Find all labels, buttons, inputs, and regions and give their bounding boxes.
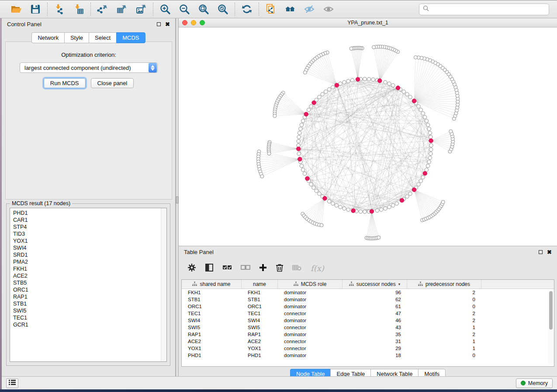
mcds-result-item[interactable]: PHD1: [13, 210, 166, 217]
table-scrollbar[interactable]: [548, 290, 554, 364]
table-cell[interactable]: connector: [278, 310, 343, 317]
mcds-result-item[interactable]: STP4: [13, 224, 166, 230]
table-cell[interactable]: STB1: [242, 296, 278, 303]
mcds-result-item[interactable]: PMA2: [13, 258, 166, 265]
table-cell[interactable]: 1: [407, 338, 481, 345]
table-cell[interactable]: YOX1: [242, 345, 278, 352]
table-cell[interactable]: dominator: [278, 289, 343, 296]
close-panel-button[interactable]: ✖: [165, 21, 170, 27]
table-row[interactable]: ORC1ORC1dominator610: [182, 303, 554, 310]
table-cell[interactable]: 2: [407, 331, 481, 338]
table-cell[interactable]: ORC1: [182, 303, 242, 310]
hide-selected-button[interactable]: [303, 3, 316, 16]
table-cell[interactable]: 2: [407, 317, 481, 324]
task-history-button[interactable]: [6, 378, 18, 388]
export-table-button[interactable]: [115, 3, 128, 16]
table-cell[interactable]: STB1: [182, 296, 242, 303]
table-cell[interactable]: ACE2: [242, 338, 278, 345]
table-row[interactable]: ACE2ACE2connector311: [182, 338, 554, 345]
table-scrollbar-thumb[interactable]: [549, 291, 553, 330]
column-header-successor-nodes[interactable]: successor nodes▾: [343, 280, 407, 289]
table-cell[interactable]: 0: [407, 352, 481, 359]
criterion-dropdown[interactable]: largest connected component (undirected): [20, 62, 158, 73]
table-row[interactable]: STB1STB1dominator620: [182, 296, 554, 303]
table-cell[interactable]: SWI5: [242, 324, 278, 331]
deselect-all-checkbox-button[interactable]: [241, 262, 250, 274]
table-cell[interactable]: FKH1: [182, 289, 242, 296]
table-cell[interactable]: 1: [407, 345, 481, 352]
table-cell[interactable]: 61: [343, 303, 407, 310]
zoom-selected-button[interactable]: [216, 3, 229, 16]
table-row[interactable]: SWI4SWI4dominator462: [182, 317, 554, 324]
table-cell[interactable]: PHD1: [182, 352, 242, 359]
float-panel-button[interactable]: [157, 22, 161, 26]
tab-select[interactable]: Select: [89, 32, 116, 43]
table-row[interactable]: FKH1FKH1dominator962: [182, 289, 554, 296]
zoom-out-button[interactable]: [178, 3, 191, 16]
mcds-result-item[interactable]: CAR1: [13, 217, 166, 224]
export-image-button[interactable]: [135, 3, 148, 16]
mcds-result-item[interactable]: SWI4: [13, 244, 166, 251]
table-cell[interactable]: 2: [407, 289, 481, 296]
mcds-result-item[interactable]: YOX1: [13, 237, 166, 244]
import-table-button[interactable]: [72, 3, 85, 16]
table-cell[interactable]: 29: [343, 345, 407, 352]
show-columns-button[interactable]: [205, 262, 214, 274]
table-cell[interactable]: RAP1: [182, 331, 242, 338]
tab-style[interactable]: Style: [64, 32, 89, 43]
mcds-result-item[interactable]: STB5: [13, 279, 166, 286]
table-cell[interactable]: SWI4: [242, 317, 278, 324]
network-window-titlebar[interactable]: YPA_prune.txt_1: [179, 18, 557, 28]
mcds-result-item[interactable]: SRD1: [13, 251, 166, 258]
column-header-predecessor-nodes[interactable]: predecessor nodes: [407, 280, 481, 289]
memory-button[interactable]: Memory: [516, 378, 553, 388]
open-file-button[interactable]: [10, 3, 23, 16]
column-header-name[interactable]: name: [242, 280, 278, 289]
select-all-checkbox-button[interactable]: [222, 262, 232, 274]
zoom-fit-button[interactable]: [197, 3, 210, 16]
table-cell[interactable]: dominator: [278, 352, 343, 359]
splitter-grip[interactable]: [176, 196, 178, 203]
column-header-shared-name[interactable]: shared name: [182, 280, 242, 289]
table-row[interactable]: SWI5SWI5connector431: [182, 324, 554, 331]
mcds-result-list[interactable]: PHD1CAR1STP4TID3YOX1SWI4SRD1PMA2FKH1ACE2…: [10, 208, 167, 362]
table-cell[interactable]: 96: [343, 289, 407, 296]
run-mcds-button[interactable]: Run MCDS: [44, 78, 86, 88]
save-session-button[interactable]: [29, 3, 42, 16]
mcds-result-item[interactable]: ACE2: [13, 272, 166, 279]
table-cell[interactable]: ACE2: [182, 338, 242, 345]
table-cell[interactable]: dominator: [278, 296, 343, 303]
import-network-button[interactable]: [53, 3, 66, 16]
table-cell[interactable]: dominator: [278, 303, 343, 310]
network-graph[interactable]: [179, 28, 557, 245]
tab-mcds[interactable]: MCDS: [116, 32, 145, 43]
mcds-result-item[interactable]: GCR1: [13, 321, 166, 328]
table-cell[interactable]: TEC1: [182, 310, 242, 317]
refresh-button[interactable]: [240, 3, 253, 16]
search-input[interactable]: [432, 6, 545, 13]
table-row[interactable]: RAP1RAP1dominator352: [182, 331, 554, 338]
table-cell[interactable]: 31: [343, 338, 407, 345]
table-cell[interactable]: connector: [278, 345, 343, 352]
table-cell[interactable]: RAP1: [242, 331, 278, 338]
table-cell[interactable]: PHD1: [242, 352, 278, 359]
table-cell[interactable]: 47: [343, 310, 407, 317]
create-column-button[interactable]: [259, 262, 267, 274]
mcds-result-item[interactable]: TEC1: [13, 314, 166, 321]
table-cell[interactable]: 0: [407, 303, 481, 310]
table-cell[interactable]: ORC1: [242, 303, 278, 310]
table-cell[interactable]: YOX1: [182, 345, 242, 352]
close-panel-button-mcds[interactable]: Close panel: [91, 78, 134, 88]
table-cell[interactable]: TEC1: [242, 310, 278, 317]
table-cell[interactable]: 2: [407, 310, 481, 317]
table-cell[interactable]: dominator: [278, 331, 343, 338]
tab-network[interactable]: Network: [31, 32, 64, 43]
mcds-result-scrollbar[interactable]: [161, 208, 166, 361]
table-row[interactable]: TEC1TEC1connector472: [182, 310, 554, 317]
table-cell[interactable]: dominator: [278, 317, 343, 324]
table-cell[interactable]: 0: [407, 296, 481, 303]
mcds-result-item[interactable]: ORC1: [13, 286, 166, 293]
mcds-result-item[interactable]: SWI5: [13, 307, 166, 314]
table-cell[interactable]: connector: [278, 338, 343, 345]
search-box[interactable]: [419, 3, 549, 15]
